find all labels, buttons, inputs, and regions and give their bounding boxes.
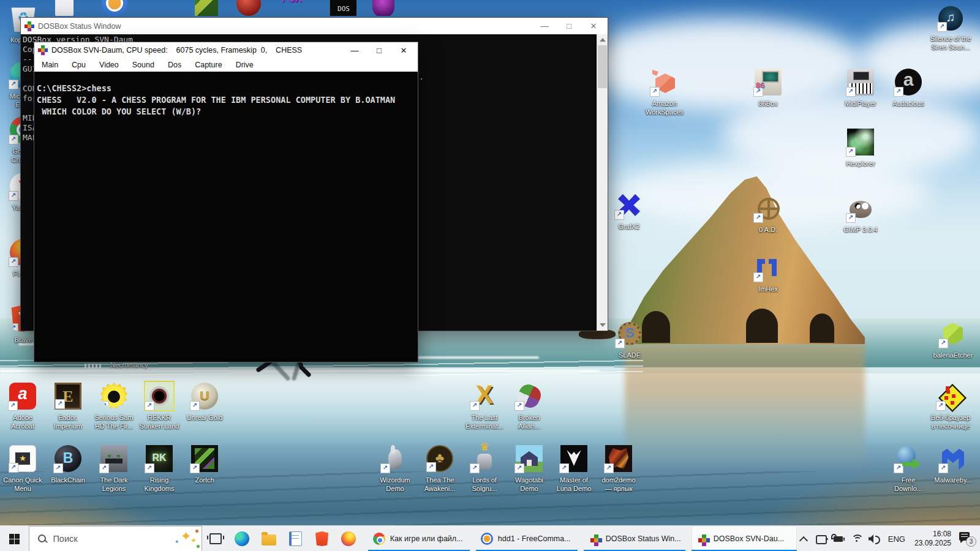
pinned-edge[interactable] [228, 526, 255, 551]
menu-item-video[interactable]: Video [99, 61, 119, 69]
menu-item-capture[interactable]: Capture [195, 61, 222, 69]
desktop-icon-broken[interactable]: ↗Broken Allian... [502, 383, 557, 430]
dos-screen[interactable]: C:\CHESS2>chessCHESS V2.0 - A CHESS PROG… [34, 72, 418, 362]
language-indicator[interactable]: ENG [886, 534, 908, 544]
desktop-icon-unreal[interactable]: ↗Unreal Gold [177, 383, 232, 422]
redc-icon [236, 0, 261, 16]
wifi-icon[interactable] [850, 532, 864, 545]
scrollbar[interactable] [597, 34, 608, 331]
scrollbar-down-arrow[interactable] [600, 323, 606, 327]
desktop-icon-zortch[interactable]: ↗Zortch [177, 445, 232, 484]
pinned-brave[interactable] [309, 526, 335, 551]
desktop-icon-sandboxie[interactable]: ↗Веб-браузер в песочнице [923, 383, 978, 430]
freecommander-task[interactable]: hdd1 - FreeComma... [476, 526, 578, 551]
notification-center-button[interactable]: 3 [958, 531, 976, 547]
clipped-desktop-icon-green[interactable] [195, 0, 222, 16]
volume-icon[interactable] [868, 532, 881, 545]
clipped-desktop-icon-purple[interactable] [372, 0, 399, 16]
date: 23.09.2025 [914, 539, 951, 547]
pinned-firefox[interactable] [335, 526, 361, 551]
clipped-desktop-icon-redc[interactable] [236, 0, 263, 16]
desktop-icon-86box[interactable]: ↗86Box [741, 69, 796, 108]
menu-item-drive[interactable]: Drive [236, 61, 254, 69]
icon-label: Audacious [881, 99, 936, 108]
task-label: DOSBox Status Win... [606, 534, 680, 543]
dosbox-window-titlebar[interactable]: DOSBox SVN-Daum, CPU speed: 6075 cycles,… [34, 42, 418, 58]
shortcut-arrow-icon: ↗ [470, 463, 480, 473]
search-input[interactable] [51, 533, 175, 544]
pinned-file-explorer[interactable] [255, 526, 282, 551]
cast-tray-icon[interactable] [815, 532, 828, 545]
scrollbar-up-arrow[interactable] [600, 38, 606, 42]
desktop-icon-balena[interactable]: ↗balenaEtcher [925, 320, 980, 359]
shortcut-arrow-icon: ↗ [9, 80, 18, 89]
dosbox-menubar: MainCpuVideoSoundDosCaptureDrive [34, 58, 418, 72]
zortch-icon: ↗ [191, 445, 218, 472]
dosbox-window-title: DOSBox SVN-Daum, CPU speed: 6075 cycles,… [51, 46, 347, 54]
shortcut-arrow-icon: ↗ [846, 87, 856, 97]
shortcut-arrow-icon: ↗ [145, 401, 154, 411]
desktop-icon-slade[interactable]: ↗SLADE [602, 320, 657, 359]
desktop-icon-dom2[interactable]: ↗dom2demo — ярлык [591, 445, 646, 493]
desktop-icon-gimp[interactable]: ↗GIMP 3.0.4 [833, 195, 888, 234]
desktop-icon-0ad[interactable]: ↗0 A.D. [741, 195, 796, 234]
clipped-desktop-icon-dos[interactable]: DOS [330, 0, 356, 16]
minimize-button[interactable]: — [540, 21, 549, 31]
chrome-icon [373, 533, 385, 545]
desktop-icon-grafx2[interactable]: ↗GrafX2 [601, 192, 657, 231]
dos-screen-line: C:\CHESS2>chess [37, 83, 111, 94]
desktop-icon-hexplorer[interactable]: ↗Hexplorer [833, 129, 888, 168]
slade-icon: ↗ [616, 320, 643, 347]
icon-label: MidiPlayer [833, 99, 888, 108]
icon-label: Unreal Gold [177, 413, 232, 422]
chrome-task[interactable]: Как игре или файл... [368, 526, 470, 551]
shortcut-arrow-icon: ↗ [9, 323, 18, 333]
shortcut-arrow-icon: ↗ [9, 191, 18, 201]
file-explorer-icon [262, 534, 276, 545]
close-button[interactable]: ✕ [589, 21, 598, 31]
thea-icon: ↗ [426, 445, 453, 472]
maximize-button[interactable]: □ [375, 46, 383, 55]
menu-item-main[interactable]: Main [42, 61, 58, 69]
clipped-desktop-icon-pox[interactable]: PoX [282, 0, 309, 16]
shortcut-arrow-icon: ↗ [9, 135, 18, 144]
shortcut-arrow-icon: ↗ [604, 463, 614, 473]
clipped-desktop-icon-doc[interactable] [55, 0, 82, 16]
desktop-icon-midi[interactable]: ↗MidiPlayer [833, 69, 888, 108]
taskbar-search-box[interactable]: ✦✦✦ [29, 526, 202, 551]
shortcut-arrow-icon: ↗ [514, 463, 524, 473]
hidden-icon-label-fragment [85, 364, 103, 369]
shortcut-arrow-icon: ↗ [846, 213, 856, 223]
scrollbar-thumb[interactable] [598, 45, 607, 88]
green-icon [195, 0, 218, 16]
ssam-icon: ↗ [100, 383, 127, 410]
desktop-icon-imhex[interactable]: ↗ImHex [741, 254, 796, 293]
hidden-icons-chevron[interactable] [797, 532, 810, 545]
dosbox-app-icon [24, 21, 34, 31]
menu-item-sound[interactable]: Sound [132, 61, 154, 69]
pinned-notepad[interactable] [282, 526, 308, 551]
battery-icon[interactable] [832, 532, 846, 545]
desktop-icon-audacious[interactable]: ↗Audacious [881, 69, 936, 108]
task-view-button[interactable] [202, 526, 228, 551]
clock[interactable]: 16:08 23.09.2025 [912, 530, 954, 548]
hexplorer-icon: ↗ [847, 129, 874, 156]
clipped-desktop-icon-compass[interactable] [102, 0, 129, 16]
menu-item-dos[interactable]: Dos [168, 61, 181, 69]
rekkr-icon: ↗ [146, 383, 173, 410]
dosbox-svn-task[interactable]: DOSBox SVN-Dau... [692, 526, 797, 551]
dosbox-status-task[interactable]: DOSBox Status Win... [584, 526, 685, 551]
minimize-button[interactable]: — [350, 46, 359, 55]
desktop-icon-amazonws[interactable]: ↗Amazon WorkSpaces [637, 69, 692, 116]
close-button[interactable]: ✕ [399, 46, 408, 55]
search-icon [38, 534, 47, 543]
desktop-icon-malware[interactable]: ↗Malwareby... [925, 445, 980, 484]
status-window-titlebar[interactable]: DOSBox Status Window — □ ✕ [21, 18, 608, 34]
icon-label: Silence of the Siren Soun... [923, 34, 978, 51]
start-button[interactable] [0, 526, 29, 551]
maximize-button[interactable]: □ [565, 21, 573, 31]
menu-item-cpu[interactable]: Cpu [72, 61, 86, 69]
fdm-icon: ↗ [895, 445, 922, 472]
shortcut-arrow-icon: ↗ [937, 22, 947, 32]
desktop-icon-siren[interactable]: ↗Silence of the Siren Soun... [923, 6, 978, 51]
